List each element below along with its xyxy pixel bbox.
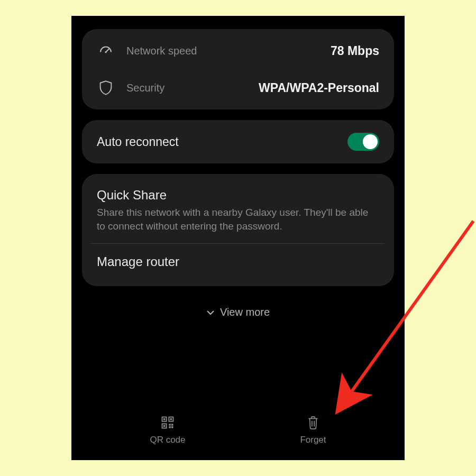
- qr-code-icon: [160, 415, 176, 431]
- sharing-card: Quick Share Share this network with a ne…: [82, 174, 394, 286]
- manage-router-label: Manage router: [97, 254, 379, 269]
- manage-router-item[interactable]: Manage router: [82, 244, 394, 283]
- svg-rect-10: [169, 426, 171, 428]
- network-info-card: Network speed 78 Mbps Security WPA/WPA2-…: [82, 29, 394, 109]
- qr-code-label: QR code: [150, 435, 185, 445]
- svg-point-1: [105, 51, 106, 53]
- svg-rect-11: [171, 426, 173, 428]
- svg-rect-5: [170, 418, 172, 420]
- qr-code-button[interactable]: QR code: [150, 415, 185, 445]
- network-speed-row: Network speed 78 Mbps: [82, 32, 394, 69]
- forget-label: Forget: [300, 435, 326, 445]
- network-speed-label: Network speed: [126, 45, 331, 57]
- toggle-knob: [363, 134, 378, 149]
- speed-icon: [97, 42, 115, 60]
- wifi-details-screen: Network speed 78 Mbps Security WPA/WPA2-…: [71, 16, 405, 460]
- trash-icon: [305, 415, 321, 431]
- quick-share-desc: Share this network with a nearby Galaxy …: [97, 206, 379, 233]
- bottom-action-bar: QR code Forget: [71, 411, 405, 455]
- security-row: Security WPA/WPA2-Personal: [82, 69, 394, 106]
- security-label: Security: [126, 82, 259, 94]
- security-value: WPA/WPA2-Personal: [259, 81, 379, 95]
- svg-rect-8: [169, 424, 171, 426]
- auto-reconnect-toggle[interactable]: [347, 133, 379, 151]
- auto-reconnect-card: Auto reconnect: [82, 120, 394, 163]
- network-speed-value: 78 Mbps: [331, 44, 379, 58]
- forget-button[interactable]: Forget: [300, 415, 326, 445]
- auto-reconnect-row[interactable]: Auto reconnect: [82, 123, 394, 160]
- svg-rect-9: [171, 424, 173, 426]
- svg-rect-3: [163, 418, 166, 420]
- view-more-button[interactable]: View more: [82, 297, 394, 325]
- auto-reconnect-label: Auto reconnect: [97, 135, 347, 149]
- quick-share-item[interactable]: Quick Share Share this network with a ne…: [82, 177, 394, 243]
- chevron-down-icon: [206, 310, 215, 315]
- svg-rect-7: [163, 425, 166, 427]
- view-more-label: View more: [220, 306, 270, 318]
- shield-icon: [97, 79, 115, 97]
- quick-share-title: Quick Share: [97, 188, 379, 203]
